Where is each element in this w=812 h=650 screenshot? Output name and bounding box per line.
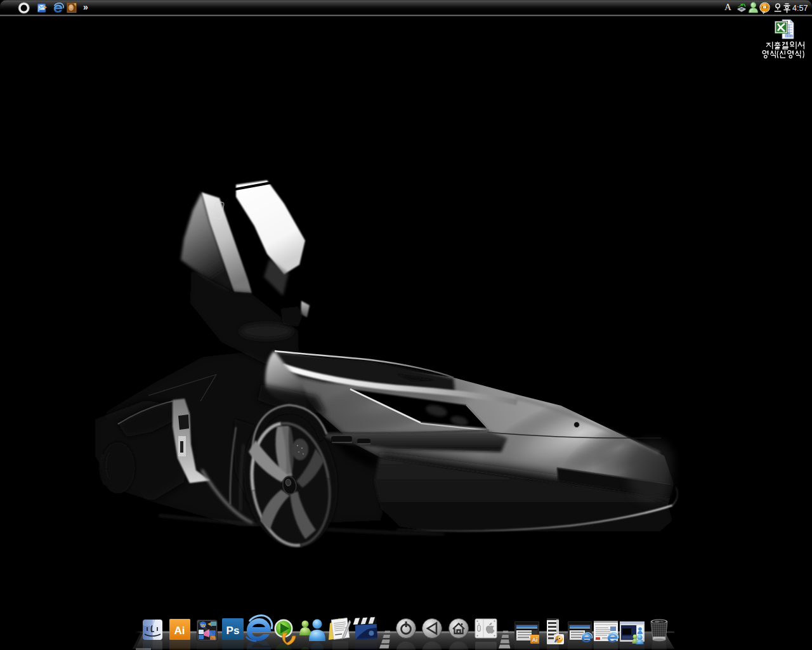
svg-text:Ai: Ai [174,625,185,637]
svg-text:Ps: Ps [226,625,240,637]
